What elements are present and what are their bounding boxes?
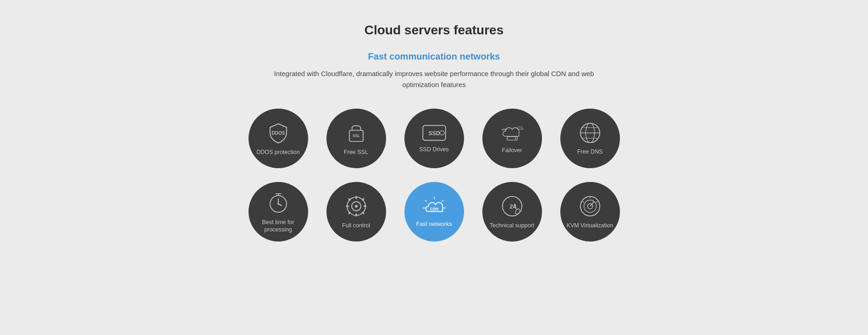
- feature-kvm[interactable]: KVM Virtualization: [560, 182, 620, 242]
- svg-line-33: [425, 200, 426, 202]
- control-label: Full control: [342, 222, 370, 229]
- page-title: Cloud servers features: [365, 23, 503, 38]
- features-row-2: Best time for processing: [249, 182, 620, 242]
- svg-text:SSD: SSD: [428, 130, 440, 137]
- description: Integrated with Cloudflare, dramatically…: [255, 68, 613, 90]
- ssl-label: Free SSL: [344, 148, 368, 156]
- svg-point-18: [277, 203, 279, 205]
- kvm-label: KVM Virtualization: [567, 222, 614, 229]
- feature-ddos[interactable]: DDOS DDOS protection: [249, 109, 308, 168]
- cdn-icon: CDN: [421, 196, 447, 217]
- feature-ssl[interactable]: SSL Free SSL: [326, 109, 386, 168]
- svg-line-29: [348, 212, 350, 214]
- svg-line-28: [362, 198, 364, 200]
- feature-dns[interactable]: Free DNS: [560, 109, 620, 168]
- feature-support[interactable]: 24 Technical support: [482, 182, 542, 242]
- svg-text:DDOS: DDOS: [271, 131, 285, 136]
- svg-line-26: [348, 198, 350, 200]
- ddos-label: DDOS protection: [256, 148, 299, 156]
- svg-point-7: [514, 137, 516, 139]
- feature-control-circle: Full control: [326, 182, 386, 242]
- feature-ssd-circle: SSD SSD Drives: [404, 109, 464, 168]
- dns-icon: [579, 121, 602, 144]
- svg-text:24: 24: [509, 203, 516, 210]
- support-label: Technical support: [490, 222, 534, 229]
- subtitle: Fast communication networks: [368, 51, 500, 62]
- features-row-1: DDOS DDOS protection SSL Free SSL S: [249, 109, 620, 168]
- feature-time[interactable]: Best time for processing: [249, 182, 308, 242]
- cdn-label: Fast networks: [416, 220, 452, 228]
- time-icon: [267, 190, 289, 215]
- ssd-label: SSD Drives: [419, 146, 449, 153]
- failover-label: Failover: [502, 147, 522, 154]
- feature-cdn-circle: CDN Fast networks: [404, 182, 464, 242]
- svg-line-43: [596, 201, 597, 203]
- feature-time-circle: Best time for processing: [249, 182, 308, 242]
- feature-ssl-circle: SSL Free SSL: [326, 109, 386, 168]
- feature-ssd[interactable]: SSD SSD Drives: [404, 109, 464, 168]
- ddos-icon: DDOS: [266, 121, 290, 145]
- feature-failover[interactable]: Failover: [482, 109, 542, 168]
- ssl-icon: SSL: [345, 121, 367, 145]
- svg-point-5: [440, 131, 444, 135]
- ssd-icon: SSD: [421, 124, 448, 142]
- svg-point-21: [355, 205, 358, 208]
- support-icon: 24: [500, 194, 524, 218]
- control-icon: [344, 194, 368, 218]
- dns-label: Free DNS: [577, 148, 603, 155]
- feature-ddos-circle: DDOS DDOS protection: [249, 109, 308, 168]
- feature-support-circle: 24 Technical support: [482, 182, 542, 242]
- feature-dns-circle: Free DNS: [560, 109, 620, 168]
- svg-line-31: [442, 200, 443, 202]
- svg-line-27: [362, 212, 364, 214]
- failover-icon: [499, 123, 525, 143]
- time-label: Best time for processing: [253, 219, 304, 234]
- kvm-icon: [578, 194, 602, 218]
- feature-failover-circle: Failover: [482, 109, 542, 168]
- feature-kvm-circle: KVM Virtualization: [560, 182, 620, 242]
- feature-control[interactable]: Full control: [326, 182, 386, 242]
- svg-text:SSL: SSL: [352, 133, 359, 138]
- features-grid: DDOS DDOS protection SSL Free SSL S: [249, 109, 620, 242]
- svg-text:CDN: CDN: [430, 207, 438, 211]
- svg-line-44: [582, 201, 584, 203]
- feature-cdn[interactable]: CDN Fast networks: [404, 182, 464, 242]
